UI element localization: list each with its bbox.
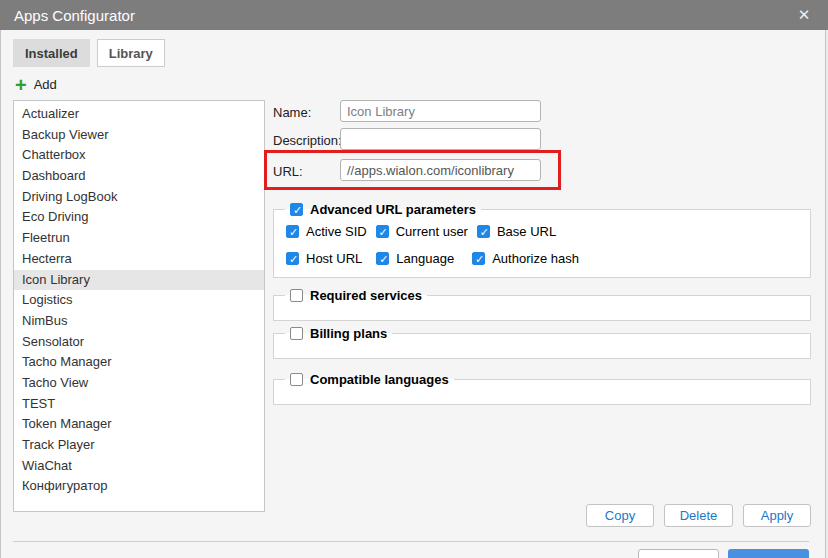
billing-plans-label: Billing plans: [310, 326, 387, 341]
list-item[interactable]: Sensolator: [14, 332, 264, 353]
footer-primary-button-partial[interactable]: [728, 549, 809, 558]
checkbox-row: Host URL Language Authorize hash: [286, 246, 802, 271]
required-services-section: Required services: [273, 288, 811, 321]
list-item[interactable]: Dashboard: [14, 166, 264, 187]
delete-button[interactable]: Delete: [664, 504, 733, 527]
list-item-selected[interactable]: Icon Library: [14, 270, 264, 291]
add-button-label: Add: [34, 77, 57, 92]
list-item[interactable]: Конфигуратор: [14, 476, 264, 497]
list-item[interactable]: Backup Viewer: [14, 125, 264, 146]
list-item[interactable]: Tacho Manager: [14, 352, 264, 373]
required-services-label: Required services: [310, 288, 422, 303]
list-item[interactable]: Hecterra: [14, 249, 264, 270]
host-url-checkbox[interactable]: [286, 252, 299, 265]
option-active-sid[interactable]: Active SID: [286, 224, 367, 239]
option-base-url[interactable]: Base URL: [477, 224, 556, 239]
option-current-user[interactable]: Current user: [376, 224, 468, 239]
copy-button[interactable]: Copy: [586, 504, 654, 527]
option-authorize-hash[interactable]: Authorize hash: [472, 251, 579, 266]
compatible-languages-label: Compatible languages: [310, 372, 449, 387]
dialog-title: Apps Configurator: [14, 7, 135, 24]
active-sid-checkbox[interactable]: [286, 225, 299, 238]
dialog-body: Installed Library + Add Actualizer Backu…: [0, 30, 826, 558]
close-icon[interactable]: ✕: [794, 5, 814, 25]
advanced-url-parameters-section: Advanced URL parameters Active SID Curre…: [273, 202, 811, 278]
billing-plans-section: Billing plans: [273, 326, 811, 359]
authorize-hash-checkbox[interactable]: [472, 252, 485, 265]
required-services-checkbox[interactable]: [290, 289, 303, 302]
tab-library[interactable]: Library: [97, 39, 165, 67]
list-item[interactable]: Driving LogBook: [14, 187, 264, 208]
list-item[interactable]: Eco Driving: [14, 207, 264, 228]
option-host-url[interactable]: Host URL: [286, 251, 362, 266]
name-label: Name:: [273, 105, 311, 120]
list-item[interactable]: TEST: [14, 394, 264, 415]
list-item[interactable]: Logistics: [14, 290, 264, 311]
footer-divider: [13, 541, 809, 542]
advanced-url-parameters-checkbox[interactable]: [290, 203, 303, 216]
billing-plans-checkbox[interactable]: [290, 327, 303, 340]
plus-icon: +: [15, 78, 27, 92]
checkbox-row: Active SID Current user Base URL: [286, 219, 802, 244]
option-language[interactable]: Language: [376, 251, 454, 266]
url-label: URL:: [273, 164, 303, 179]
add-app-button[interactable]: + Add: [15, 77, 57, 92]
list-item[interactable]: Token Manager: [14, 414, 264, 435]
name-input[interactable]: [340, 100, 541, 122]
compatible-languages-checkbox[interactable]: [290, 373, 303, 386]
list-item[interactable]: Track Player: [14, 435, 264, 456]
footer-secondary-button-partial[interactable]: [638, 549, 719, 558]
list-item[interactable]: Chatterbox: [14, 145, 264, 166]
list-item[interactable]: Fleetrun: [14, 228, 264, 249]
url-input[interactable]: [340, 159, 541, 181]
list-item[interactable]: NimBus: [14, 311, 264, 332]
apply-button[interactable]: Apply: [743, 504, 811, 527]
base-url-checkbox[interactable]: [477, 225, 490, 238]
description-label: Description:: [273, 133, 342, 148]
description-input[interactable]: [340, 128, 541, 150]
current-user-checkbox[interactable]: [376, 225, 389, 238]
tab-installed[interactable]: Installed: [13, 39, 90, 67]
list-item[interactable]: Tacho View: [14, 373, 264, 394]
advanced-url-parameters-label: Advanced URL parameters: [310, 202, 476, 217]
dialog-titlebar: Apps Configurator ✕: [0, 0, 828, 30]
list-item[interactable]: WiaChat: [14, 456, 264, 477]
language-checkbox[interactable]: [376, 252, 389, 265]
tab-bar: Installed Library: [13, 39, 172, 67]
list-item[interactable]: Actualizer: [14, 104, 264, 125]
compatible-languages-section: Compatible languages: [273, 372, 811, 405]
app-list: Actualizer Backup Viewer Chatterbox Dash…: [13, 100, 265, 512]
